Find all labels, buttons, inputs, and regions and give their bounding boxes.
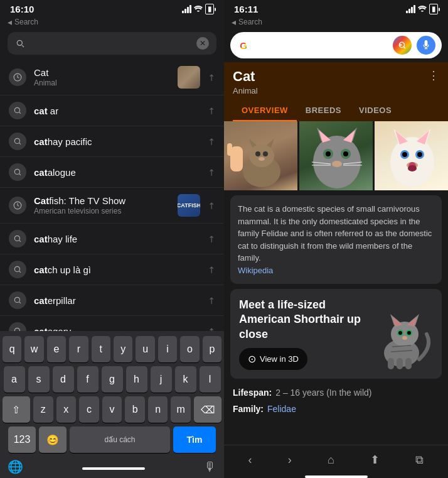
google-lens-button[interactable] (393, 36, 412, 55)
back-arrow-right[interactable]: ◂ (232, 17, 236, 27)
suggestion-title-cat: Cat (34, 67, 170, 78)
status-icons-left: ▮ (182, 4, 214, 14)
suggestion-title-catch-up: catch up là gì (34, 264, 200, 275)
key-submit[interactable]: Tìm (173, 426, 216, 453)
arrow-icon-caterpillar: ↗ (205, 294, 218, 307)
nav-tabs-button[interactable]: ⧉ (410, 451, 429, 469)
back-arrow-left[interactable]: ◂ (8, 17, 12, 27)
key-l[interactable]: l (200, 366, 221, 393)
key-m[interactable]: m (171, 396, 191, 423)
tab-overview[interactable]: OVERVIEW (233, 100, 297, 121)
clear-button[interactable]: ✕ (196, 37, 209, 50)
key-shift[interactable]: ⇧ (3, 396, 30, 423)
lens-icon (398, 41, 407, 50)
suggestion-cathay-life[interactable]: cathay life ↗ (0, 224, 224, 254)
key-g[interactable]: g (102, 366, 123, 393)
suggestion-catch-up[interactable]: catch up là gì ↗ (0, 254, 224, 285)
key-o[interactable]: o (180, 336, 199, 362)
key-space[interactable]: dấu cách (70, 426, 170, 453)
home-indicator-left (82, 467, 145, 470)
key-z[interactable]: z (33, 396, 53, 423)
svg-point-46 (417, 152, 422, 157)
arrow-icon-catfish: ↗ (205, 199, 218, 212)
google-search-bar[interactable]: G cat (230, 32, 442, 58)
key-x[interactable]: x (56, 396, 77, 423)
back-label-right: Search (238, 18, 262, 26)
wifi-icon-right (418, 5, 427, 14)
nav-share-button[interactable]: ⬆ (365, 450, 385, 469)
key-b[interactable]: b (125, 396, 145, 423)
nav-home-button[interactable]: ⌂ (323, 451, 339, 469)
wikipedia-link[interactable]: Wikipedia (238, 266, 273, 275)
key-y[interactable]: y (114, 336, 132, 362)
svg-rect-12 (425, 40, 428, 46)
nav-back-button[interactable]: ‹ (243, 451, 257, 469)
svg-point-3 (14, 169, 19, 174)
key-f[interactable]: f (77, 366, 99, 393)
google-mic-button[interactable] (417, 36, 435, 55)
suggestion-caterpillar[interactable]: caterpillar ↗ (0, 285, 224, 316)
suggestion-cathay-pacific[interactable]: cathay pacific ↗ (0, 126, 224, 157)
svg-point-58 (398, 331, 402, 335)
key-c[interactable]: c (79, 396, 99, 423)
suggestion-catfish[interactable]: Catfish: The TV Show American television… (0, 188, 224, 224)
cat-image-3[interactable] (375, 121, 448, 190)
more-options-button[interactable]: ⋮ (428, 68, 439, 82)
family-link[interactable]: Felidae (267, 404, 296, 414)
time-right: 16:11 (234, 4, 258, 14)
key-numbers[interactable]: 123 (8, 426, 36, 453)
key-n[interactable]: n (148, 396, 168, 423)
key-t[interactable]: t (92, 336, 110, 362)
key-p[interactable]: p (203, 336, 221, 362)
suggestion-cat-animal[interactable]: Cat Animal ↗ (0, 60, 224, 95)
search-icon-category (9, 322, 26, 331)
suggestion-catalogue[interactable]: catalogue ↗ (0, 157, 224, 188)
svg-point-45 (402, 152, 407, 157)
key-q[interactable]: q (3, 336, 21, 362)
svg-point-31 (326, 151, 331, 156)
family-row: Family: Felidae (224, 401, 448, 416)
suggestion-cat-ar[interactable]: cat ar ↗ (0, 95, 224, 126)
view3d-button[interactable]: ⊙ View in 3D (239, 348, 307, 370)
key-r[interactable]: r (69, 336, 88, 362)
key-backspace[interactable]: ⌫ (194, 396, 221, 423)
lifespan-label: Lifespan: (233, 388, 272, 398)
key-emoji[interactable]: 😊 (39, 426, 67, 453)
search-bar-left[interactable]: cat ✕ (8, 32, 216, 55)
key-j[interactable]: j (151, 366, 172, 393)
cat-image-1[interactable] (224, 121, 297, 190)
search-input-left[interactable]: cat (30, 37, 191, 50)
cat-3d-image (370, 303, 433, 366)
key-w[interactable]: w (24, 336, 43, 362)
nav-forward-button[interactable]: › (283, 451, 297, 469)
arrow-icon-cat-ar: ↗ (205, 104, 218, 117)
suggestion-title-category: category (34, 326, 200, 332)
clock-icon-catfish (9, 197, 26, 214)
key-a[interactable]: a (4, 366, 25, 393)
suggestion-text-catch-up: catch up là gì (34, 264, 200, 275)
google-search-input[interactable]: cat (255, 40, 388, 51)
globe-icon[interactable]: 🌐 (8, 459, 23, 474)
key-e[interactable]: e (47, 336, 66, 362)
key-d[interactable]: d (53, 366, 74, 393)
key-v[interactable]: v (102, 396, 122, 423)
arrow-icon-category: ↗ (205, 325, 218, 331)
cat-info: Cat Animal (233, 68, 258, 95)
svg-point-11 (400, 44, 402, 46)
suggestion-category[interactable]: category ↗ (0, 316, 224, 331)
key-s[interactable]: s (28, 366, 50, 393)
keyboard-row-2: a s d f g h j k l (3, 366, 221, 393)
mic-icon (422, 40, 430, 50)
key-h[interactable]: h (126, 366, 147, 393)
key-i[interactable]: i (158, 336, 177, 362)
cat-svg-3 (375, 121, 448, 190)
search-icon-cat-ar (9, 102, 26, 119)
key-u[interactable]: u (136, 336, 154, 362)
tab-breeds[interactable]: BREEDS (297, 100, 350, 121)
suggestion-subtitle-catfish: American television series (34, 207, 170, 215)
svg-point-59 (407, 331, 411, 335)
key-k[interactable]: k (175, 366, 196, 393)
tab-videos[interactable]: VIDEOS (350, 100, 400, 121)
cat-image-2[interactable] (299, 121, 373, 190)
mic-icon-keyboard[interactable]: 🎙 (204, 460, 216, 474)
